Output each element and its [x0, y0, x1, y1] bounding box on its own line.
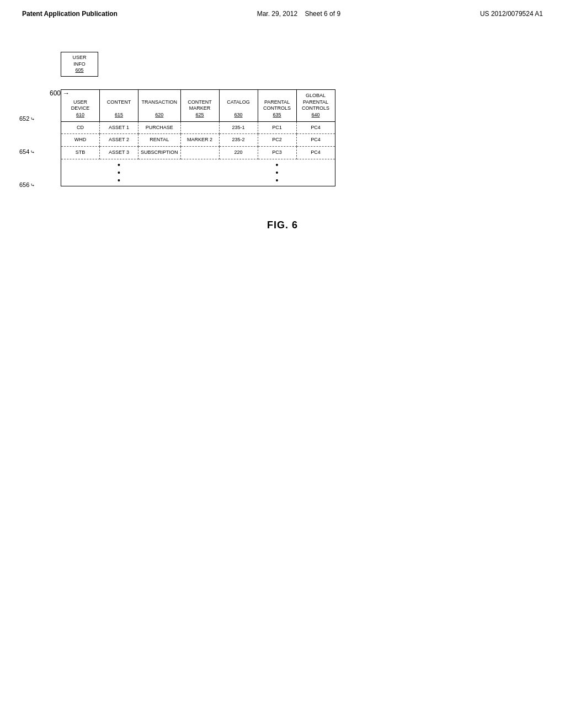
arrow-654: ⤷ [30, 149, 35, 155]
ref-620: 620 [141, 112, 178, 119]
cell-652-transaction: PURCHASE [138, 121, 181, 134]
table-header-row: USERDEVICE 610 CONTENT 615 TRANSACTION 6… [61, 90, 335, 122]
ref-625: 625 [183, 112, 217, 119]
cell-654-pc: PC2 [258, 134, 296, 147]
col-header-catalog: CATALOG 630 [219, 90, 258, 122]
patent-num: US 2012/0079524 A1 [480, 10, 543, 18]
cell-652-gpc: PC4 [296, 121, 335, 134]
ref-615: 615 [102, 112, 136, 119]
dots-cell-gpc [296, 159, 335, 186]
arrow-652: ⤷ [30, 116, 35, 122]
cell-656-marker [180, 147, 219, 159]
row-label-652: 652 ⤷ [19, 115, 35, 122]
cell-654-marker: MARKER 2 [180, 134, 219, 147]
user-info-label: USERINFO [72, 55, 86, 67]
dots-cell-content: ••• [100, 159, 138, 186]
dots-cell-device [61, 159, 100, 186]
row-label-656: 656 ⤷ [19, 181, 35, 188]
cell-654-device: WHD [61, 134, 100, 147]
dots-cell-marker [180, 159, 219, 186]
cell-654-content: ASSET 2 [100, 134, 138, 147]
pub-type: Patent Application Publication [22, 10, 118, 18]
dots-cell-transaction [138, 159, 181, 186]
page-header: Patent Application Publication Mar. 29, … [0, 0, 565, 23]
cell-656-catalog: 220 [219, 147, 258, 159]
sheet-info: Mar. 29, 2012 Sheet 6 of 9 [257, 10, 340, 18]
cell-654-catalog: 235-2 [219, 134, 258, 147]
cell-652-device: CD [61, 121, 100, 134]
ref-630: 630 [222, 112, 255, 119]
ref-610: 610 [63, 112, 97, 119]
cell-656-content: ASSET 3 [100, 147, 138, 159]
table-row: STB ASSET 3 SUBSCRIPTION 220 PC3 PC4 [61, 147, 335, 159]
user-info-ref: 605 [62, 67, 97, 74]
cell-656-pc: PC3 [258, 147, 296, 159]
arrow-656: ⤷ [30, 182, 35, 188]
figure-caption: FIG. 6 [0, 220, 565, 231]
row-label-654: 654 ⤷ [19, 148, 35, 155]
table-row: WHD ASSET 2 RENTAL MARKER 2 235-2 PC2 PC… [61, 134, 335, 147]
cell-656-transaction: SUBSCRIPTION [138, 147, 181, 159]
cell-654-transaction: RENTAL [138, 134, 181, 147]
cell-652-content: ASSET 1 [100, 121, 138, 134]
ref-654-text: 654 [19, 148, 29, 155]
col-header-user-device: USERDEVICE 610 [61, 90, 100, 122]
col-header-content-marker: CONTENTMARKER 625 [180, 90, 219, 122]
cell-656-device: STB [61, 147, 100, 159]
diagram-area: 600 → 652 ⤷ 654 ⤷ 656 ⤷ USERDEVICE [50, 89, 565, 186]
dots-row: ••• ••• [61, 159, 335, 186]
cell-656-gpc: PC4 [296, 147, 335, 159]
cell-654-gpc: PC4 [296, 134, 335, 147]
ref-656-text: 656 [19, 181, 29, 188]
table-wrapper: 652 ⤷ 654 ⤷ 656 ⤷ USERDEVICE 610 [61, 89, 565, 186]
col-header-global-parental-controls: GLOBALPARENTALCONTROLS 640 [296, 90, 335, 122]
main-table: USERDEVICE 610 CONTENT 615 TRANSACTION 6… [61, 89, 335, 186]
ref-652-text: 652 [19, 115, 29, 122]
table-row: CD ASSET 1 PURCHASE 235-1 PC1 PC4 [61, 121, 335, 134]
dots-cell-catalog [219, 159, 258, 186]
cell-652-marker [180, 121, 219, 134]
ref-640: 640 [299, 112, 333, 119]
cell-652-catalog: 235-1 [219, 121, 258, 134]
dots-cell-pc: ••• [258, 159, 296, 186]
user-info-box: USERINFO 605 [61, 52, 98, 77]
ref-635: 635 [260, 112, 294, 119]
col-header-content: CONTENT 615 [100, 90, 138, 122]
col-header-parental-controls: PARENTALCONTROLS 635 [258, 90, 296, 122]
col-header-transaction: TRANSACTION 620 [138, 90, 181, 122]
cell-652-pc: PC1 [258, 121, 296, 134]
